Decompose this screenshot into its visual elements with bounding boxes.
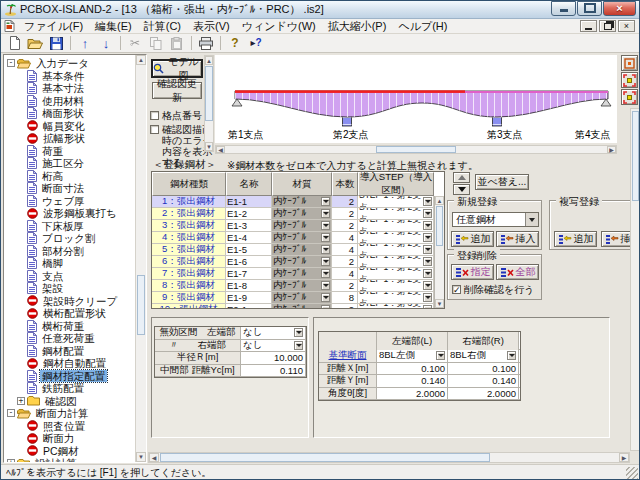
left-end-cell[interactable]: 8BL左側	[377, 350, 448, 362]
step-dropdown-icon[interactable]	[423, 197, 432, 206]
main-vscrollbar[interactable]	[630, 108, 639, 451]
tree-item-7[interactable]: 荷重	[5, 145, 134, 158]
diagram-vscroll-thumb[interactable]	[205, 66, 213, 121]
tree-item-27[interactable]: +確認図	[5, 395, 134, 408]
steel-type-cell[interactable]: 4：張出鋼材	[152, 232, 226, 243]
material-dropdown-icon[interactable]	[321, 245, 330, 254]
tree-item-20[interactable]: 横桁配置形状	[5, 307, 134, 320]
edge-value-cell[interactable]: なし	[241, 327, 306, 339]
tree-item-15[interactable]: 部材分割	[5, 245, 134, 258]
steel-name-cell[interactable]: E1-8	[226, 280, 272, 291]
delete-specified-button[interactable]: 指定	[451, 264, 494, 280]
scroll-down-icon[interactable]: ▼	[435, 299, 444, 308]
tree-item-11[interactable]: ウェブ厚	[5, 195, 134, 208]
steel-row-5[interactable]: 5：張出鋼材E1-5内ｹｰﾌﾞﾙ4STEP 1：第 2支点	[152, 244, 434, 256]
steel-step-cell[interactable]: STEP 1：第 2支点	[358, 280, 434, 291]
steel-material-cell[interactable]: 内ｹｰﾌﾞﾙ	[272, 268, 332, 279]
open-file-button[interactable]	[25, 35, 45, 52]
menu-item-file[interactable]: ファイル(F)	[18, 20, 89, 32]
steel-row-1[interactable]: 1：張出鋼材E1-1内ｹｰﾌﾞﾙ2STEP 1：第 2支点	[152, 196, 434, 208]
tree-item-19[interactable]: 架設時クリープ	[5, 295, 134, 308]
edge-value-cell[interactable]: 0.110	[241, 365, 306, 377]
steel-type-cell[interactable]: 1：張出鋼材	[152, 196, 226, 207]
scroll-left-icon[interactable]: ◀	[149, 453, 159, 462]
add-copy-button[interactable]: 追加	[554, 231, 597, 247]
row-move-up-button[interactable]	[453, 172, 470, 183]
scroll-right-icon[interactable]: ▶	[607, 146, 616, 153]
steel-material-cell[interactable]: 内ｹｰﾌﾞﾙ	[272, 220, 332, 231]
expand-icon[interactable]: +	[7, 459, 15, 462]
steel-type-cell[interactable]: 6：張出鋼材	[152, 256, 226, 267]
insert-new-button[interactable]: 挿入	[496, 231, 539, 247]
steel-material-cell[interactable]: 内ｹｰﾌﾞﾙ	[272, 232, 332, 243]
title-bar[interactable]: PCBOX-ISLAND-2 - [13 （箱桁・張出・内ｹｰﾌﾞﾙ・PRC） …	[1, 1, 639, 19]
update-diagram-button[interactable]: 確認図更新	[152, 82, 202, 99]
step-dropdown-icon[interactable]	[423, 257, 432, 266]
steel-step-cell[interactable]: STEP 1：第 2支点	[358, 268, 434, 279]
material-dropdown-icon[interactable]	[321, 305, 330, 308]
close-button[interactable]: ×	[603, 1, 636, 16]
material-dropdown-icon[interactable]	[321, 281, 330, 290]
steel-material-cell[interactable]: 内ｹｰﾌﾞﾙ	[272, 244, 332, 255]
material-dropdown-icon[interactable]	[321, 233, 330, 242]
menu-item-window[interactable]: ウィンドウ(W)	[236, 20, 322, 32]
edge-value-cell[interactable]: 10.000	[241, 352, 306, 364]
steel-step-cell[interactable]: STEP 1：第 2支点	[358, 232, 434, 243]
steel-count-cell[interactable]: 2	[332, 208, 358, 219]
tree-item-1[interactable]: 基本条件	[5, 70, 134, 83]
steel-row-6[interactable]: 6：張出鋼材E1-6内ｹｰﾌﾞﾙ2STEP 1：第 2支点	[152, 256, 434, 268]
zoom-out-select-button[interactable]	[621, 89, 638, 105]
steel-material-cell[interactable]: 内ｹｰﾌﾞﾙ	[272, 196, 332, 207]
right-end-cell[interactable]: 8BL右側	[448, 350, 519, 362]
steel-type-cell[interactable]: 8：張出鋼材	[152, 280, 226, 291]
tree-item-3[interactable]: 使用材料	[5, 95, 134, 108]
row-move-down-button[interactable]	[453, 184, 470, 195]
tree-item-23[interactable]: 鋼材配置	[5, 345, 134, 358]
new-file-button[interactable]	[4, 35, 24, 52]
chevron-down-icon[interactable]	[294, 341, 303, 350]
tree-item-2[interactable]: 基本寸法	[5, 82, 134, 95]
tree-item-25[interactable]: 鋼材指定配置	[5, 370, 134, 383]
steel-name-cell[interactable]: E1-2	[226, 208, 272, 219]
steel-row-8[interactable]: 8：張出鋼材E1-8内ｹｰﾌﾞﾙ2STEP 1：第 2支点	[152, 280, 434, 292]
material-dropdown-icon[interactable]	[321, 221, 330, 230]
steel-count-cell[interactable]: 4	[332, 268, 358, 279]
steel-step-cell[interactable]: STEP 1：第 2支点	[358, 256, 434, 267]
steel-material-cell[interactable]: 内ｹｰﾌﾞﾙ	[272, 292, 332, 303]
chevron-down-icon[interactable]	[507, 351, 516, 360]
material-dropdown-icon[interactable]	[321, 293, 330, 302]
tree-item-24[interactable]: 鋼材自動配置	[5, 357, 134, 370]
tree-item-10[interactable]: 断面寸法	[5, 182, 134, 195]
steel-count-cell[interactable]: 2	[332, 220, 358, 231]
tree-scrollbar[interactable]: ▲ ▼	[135, 55, 146, 462]
steel-row-9[interactable]: 9：張出鋼材E1-9内ｹｰﾌﾞﾙ8STEP 1：第 2支点	[152, 292, 434, 304]
main-hscroll-thumb[interactable]	[160, 453, 490, 462]
steel-row-3[interactable]: 3：張出鋼材E1-3内ｹｰﾌﾞﾙ2STEP 1：第 2支点	[152, 220, 434, 232]
steel-type-cell[interactable]: 2：張出鋼材	[152, 208, 226, 219]
menu-item-help[interactable]: ヘルプ(H)	[392, 20, 453, 32]
steel-step-cell[interactable]: STEP 1：第 2支点	[358, 244, 434, 255]
steel-name-cell[interactable]: E1-3	[226, 220, 272, 231]
steel-count-cell[interactable]: 2	[332, 256, 358, 267]
delete-all-button[interactable]: 全部	[496, 264, 539, 280]
steel-count-cell[interactable]: 8	[332, 292, 358, 303]
right-end-cell[interactable]: 0.100	[448, 363, 519, 375]
diagram-hscrollbar[interactable]: ◀ ▶	[215, 145, 617, 154]
right-end-cell[interactable]: 0.140	[448, 375, 519, 387]
menu-item-calc[interactable]: 計算(C)	[138, 20, 187, 32]
menu-item-zoom[interactable]: 拡大縮小(P)	[322, 20, 393, 32]
steel-table-scrollbar[interactable]: ▲ ▼	[434, 196, 444, 308]
steel-name-cell[interactable]: E1-4	[226, 232, 272, 243]
steel-name-cell[interactable]: E1-5	[226, 244, 272, 255]
material-dropdown-icon[interactable]	[321, 197, 330, 206]
step-dropdown-icon[interactable]	[423, 269, 432, 278]
tree-item-17[interactable]: 支点	[5, 270, 134, 283]
checkbox-icon[interactable]	[150, 125, 159, 134]
save-file-button[interactable]	[46, 35, 66, 52]
minimize-button[interactable]	[551, 1, 576, 16]
step-dropdown-icon[interactable]	[423, 221, 432, 230]
steel-step-cell[interactable]: STEP 1：第 3支点	[358, 304, 434, 308]
tree-item-12[interactable]: 波形鋼板裏打ち	[5, 207, 134, 220]
steel-step-cell[interactable]: STEP 1：第 2支点	[358, 208, 434, 219]
tree-item-6[interactable]: 拡幅形状	[5, 132, 134, 145]
